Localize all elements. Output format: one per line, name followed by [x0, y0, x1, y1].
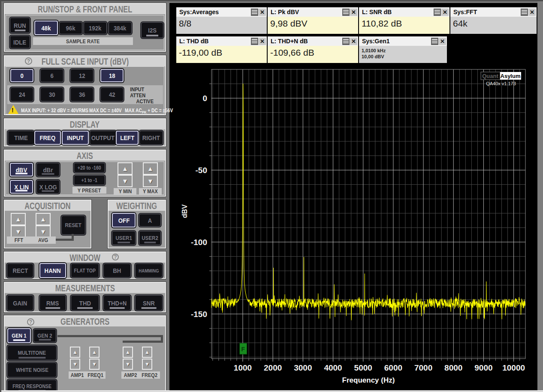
- tile-sys-fft[interactable]: Sys:FFT✕64k: [450, 7, 537, 34]
- window-bh-button[interactable]: BH: [103, 263, 131, 278]
- sample-rate-96k-button[interactable]: 96k: [59, 22, 82, 34]
- spectrum-svg: 1000200030004000500060007000800090001000…: [172, 65, 537, 390]
- tile-menu-icon[interactable]: [251, 38, 258, 45]
- gen2-button[interactable]: GEN 2: [33, 329, 56, 342]
- full-scale-36-button[interactable]: 36: [70, 87, 94, 102]
- tile-l-thd-n-db[interactable]: L: THD+N dB✕-109,66 dB: [268, 36, 358, 63]
- tile-title: L: SNR dB: [362, 9, 392, 15]
- freq1-down-button[interactable]: ▼: [89, 359, 100, 370]
- display-time-button[interactable]: TIME: [8, 131, 34, 145]
- y-min-up-button[interactable]: ▲: [118, 162, 133, 175]
- tile-l-pk-dbv[interactable]: L: Pk dBV✕9,98 dBV: [268, 7, 358, 34]
- display-right-button[interactable]: RIGHT: [139, 131, 163, 145]
- tile-menu-icon[interactable]: [342, 9, 350, 16]
- y-max-up-button[interactable]: ▲: [143, 162, 158, 175]
- full-scale-0-button[interactable]: 0: [10, 69, 33, 82]
- window-hamming-button[interactable]: HAMMING: [135, 263, 163, 278]
- freq1-up-button[interactable]: ▲: [89, 347, 100, 358]
- tile-l-snr-db[interactable]: L: SNR dB✕110,82 dB: [359, 7, 449, 34]
- axis-xlog-button[interactable]: X LOG: [36, 180, 60, 194]
- tile-close-icon[interactable]: ✕: [259, 9, 266, 16]
- tile-value: -109,66 dB: [268, 46, 358, 63]
- reset-button[interactable]: RESET: [61, 215, 85, 235]
- window-flattop-button[interactable]: FLAT TOP: [71, 263, 99, 278]
- full-scale-help-icon[interactable]: ?: [25, 57, 32, 65]
- freq2-down-button[interactable]: ▼: [142, 359, 152, 370]
- tile-header: L: THD+N dB✕: [268, 36, 358, 46]
- sample-rate-192k-button[interactable]: 192k: [84, 22, 107, 34]
- tile-menu-icon[interactable]: [251, 9, 258, 16]
- tile-sys-averages[interactable]: Sys:Averages✕8/8: [176, 7, 267, 34]
- tile-close-icon[interactable]: ✕: [439, 38, 446, 45]
- idle-button[interactable]: IDLE: [10, 36, 30, 48]
- i2s-button[interactable]: I2S: [141, 22, 163, 38]
- window-hann-button[interactable]: HANN: [39, 263, 66, 278]
- y-min-down-button[interactable]: ▼: [118, 175, 133, 187]
- window-rect-button[interactable]: RECT: [7, 263, 33, 278]
- fft-up-button[interactable]: ▲: [11, 213, 26, 225]
- tile-sys-gen1[interactable]: Sys:Gen1✕1,0100 kHz10,00 dBV: [359, 36, 447, 63]
- amp1-up-button[interactable]: ▲: [70, 347, 80, 358]
- full-scale-24-button[interactable]: 24: [10, 87, 33, 102]
- y-preset-narrow-button[interactable]: +1 to -1: [74, 175, 105, 185]
- amp1-down-button[interactable]: ▼: [70, 359, 80, 370]
- tile-menu-icon[interactable]: [434, 9, 441, 16]
- display-output-button[interactable]: OUTPUT: [90, 131, 116, 145]
- measure-snr-button[interactable]: SNR: [135, 295, 163, 311]
- freq2-up-button[interactable]: ▲: [142, 347, 152, 358]
- weighting-a-button[interactable]: A: [139, 214, 161, 227]
- avg-down-button[interactable]: ▼: [36, 225, 51, 238]
- tile-close-icon[interactable]: ✕: [350, 9, 357, 16]
- amp2-up-button[interactable]: ▲: [123, 347, 133, 358]
- display-left-button[interactable]: LEFT: [116, 131, 139, 145]
- tile-title: L: THD+N dB: [271, 38, 308, 45]
- tile-title: L: THD dB: [179, 38, 208, 45]
- measure-rms-button[interactable]: RMS: [39, 295, 66, 311]
- full-scale-30-button[interactable]: 30: [40, 87, 63, 102]
- tile-close-icon[interactable]: ✕: [528, 9, 536, 16]
- measure-thd-button[interactable]: THD: [71, 295, 99, 311]
- weighting-off-button[interactable]: OFF: [112, 213, 136, 227]
- spectrum-plot[interactable]: 1000200030004000500060007000800090001000…: [172, 65, 537, 390]
- measure-thdn-button[interactable]: THD+N: [103, 295, 131, 311]
- multitone-button[interactable]: MULTITONE: [7, 345, 57, 360]
- tile-header: Sys:FFT✕: [450, 7, 537, 17]
- tile-menu-icon[interactable]: [342, 38, 350, 45]
- window-bottom-edge: [1, 390, 543, 392]
- qa40x-app-window: Sys:Averages✕8/8L: Pk dBV✕9,98 dBVL: SNR…: [0, 0, 543, 392]
- sample-rate-384k-button[interactable]: 384k: [109, 22, 132, 34]
- run-button[interactable]: RUN: [10, 18, 30, 33]
- y-max-down-button[interactable]: ▼: [143, 175, 158, 187]
- axis-dbr-button[interactable]: dBr: [36, 163, 60, 177]
- full-scale-42-button[interactable]: 42: [100, 87, 124, 102]
- full-scale-6-button[interactable]: 6: [40, 69, 63, 82]
- avg-up-button[interactable]: ▲: [36, 213, 51, 225]
- tile-title: Sys:Averages: [179, 9, 219, 15]
- axis-dbv-button[interactable]: dBV: [10, 163, 33, 177]
- tile-menu-icon[interactable]: [521, 9, 528, 16]
- full-scale-12-button[interactable]: 12: [70, 69, 94, 82]
- tile-close-icon[interactable]: ✕: [441, 9, 449, 16]
- tile-title: Sys:Gen1: [362, 38, 390, 45]
- weighting-user1-button[interactable]: USER1: [112, 231, 136, 245]
- fft-down-button[interactable]: ▼: [11, 225, 26, 238]
- white-noise-button[interactable]: WHITE NOISE: [7, 362, 57, 377]
- svg-text:-50: -50: [196, 166, 207, 175]
- y-preset-wide-button[interactable]: +20 to -160: [74, 163, 105, 173]
- axis-xlin-button[interactable]: X LIN: [10, 180, 33, 194]
- tile-close-icon[interactable]: ✕: [350, 38, 357, 45]
- display-input-button[interactable]: INPUT: [62, 131, 89, 145]
- tile-menu-icon[interactable]: [431, 38, 438, 45]
- full-scale-18-button[interactable]: 18: [100, 69, 124, 82]
- svg-text:2000: 2000: [264, 363, 282, 372]
- display-freq-button[interactable]: FREQ: [34, 131, 61, 145]
- tile-close-icon[interactable]: ✕: [259, 38, 266, 45]
- window-help-icon[interactable]: ?: [112, 254, 119, 260]
- sample-rate-48k-button[interactable]: 48k: [34, 21, 58, 35]
- weighting-user2-button[interactable]: USER2: [139, 231, 161, 245]
- tile-l-thd-db[interactable]: L: THD dB✕-119,00 dB: [176, 36, 267, 63]
- gen1-button[interactable]: GEN 1: [7, 328, 31, 343]
- amp2-down-button[interactable]: ▼: [123, 359, 133, 370]
- generators-help-icon[interactable]: ?: [27, 318, 34, 326]
- measure-gain-button[interactable]: GAIN: [7, 295, 33, 311]
